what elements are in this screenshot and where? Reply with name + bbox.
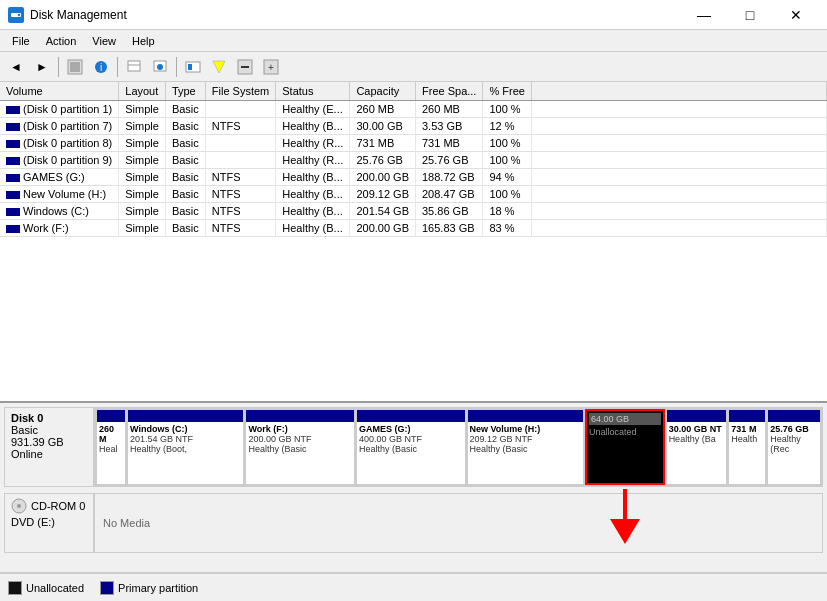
disk-partition[interactable]: 64.00 GBUnallocated [585,409,665,485]
toolbar-back[interactable]: ◄ [4,55,28,79]
cell-type: Basic [165,186,205,203]
cell-free: 35.86 GB [416,203,483,220]
col-type[interactable]: Type [165,82,205,101]
cell-volume: (Disk 0 partition 9) [0,152,119,169]
cdrom0-status: No Media [103,517,150,529]
table-row[interactable]: (Disk 0 partition 9) Simple Basic Health… [0,152,827,169]
disk-partition[interactable]: GAMES (G:)400.00 GB NTFHealthy (Basic [356,409,466,485]
menu-file[interactable]: File [4,33,38,49]
legend-area: Unallocated Primary partition [0,573,827,601]
col-volume[interactable]: Volume [0,82,119,101]
table-row[interactable]: (Disk 0 partition 1) Simple Basic Health… [0,101,827,118]
table-row[interactable]: (Disk 0 partition 8) Simple Basic Health… [0,135,827,152]
cell-type: Basic [165,101,205,118]
cdrom0-row: CD-ROM 0 DVD (E:) No Media [4,493,823,553]
cell-status: Healthy (B... [276,203,350,220]
cell-pctfree: 94 % [483,169,531,186]
col-pctfree[interactable]: % Free [483,82,531,101]
col-status[interactable]: Status [276,82,350,101]
toolbar-sep-3 [176,57,177,77]
cell-filesystem [205,135,275,152]
toolbar-btn4[interactable] [148,55,172,79]
cell-type: Basic [165,152,205,169]
table-row[interactable]: Work (F:) Simple Basic NTFS Healthy (B..… [0,220,827,237]
cell-status: Healthy (B... [276,118,350,135]
cell-layout: Simple [119,118,166,135]
toolbar-btn5[interactable] [181,55,205,79]
cdrom0: CD-ROM 0 DVD (E:) No Media [4,493,823,553]
disk-partition[interactable]: Windows (C:)201.54 GB NTFHealthy (Boot, [127,409,244,485]
toolbar-btn2[interactable]: i [89,55,113,79]
cell-status: Healthy (R... [276,135,350,152]
cell-volume: Work (F:) [0,220,119,237]
disk-partition[interactable]: 731 MHealth [728,409,766,485]
cell-pctfree: 83 % [483,220,531,237]
col-freespace[interactable]: Free Spa... [416,82,483,101]
cell-pctfree: 100 % [483,135,531,152]
disk-partition[interactable]: 25.76 GBHealthy (Rec [767,409,821,485]
col-capacity[interactable]: Capacity [350,82,416,101]
cell-extra [531,186,826,203]
svg-rect-4 [70,62,80,72]
title-bar-controls: — □ ✕ [681,0,819,30]
disk-partition[interactable]: New Volume (H:)209.12 GB NTFHealthy (Bas… [467,409,584,485]
cell-layout: Simple [119,203,166,220]
cell-filesystem: NTFS [205,118,275,135]
cell-pctfree: 18 % [483,203,531,220]
cell-type: Basic [165,220,205,237]
cell-free: 25.76 GB [416,152,483,169]
table-row[interactable]: New Volume (H:) Simple Basic NTFS Health… [0,186,827,203]
cell-capacity: 201.54 GB [350,203,416,220]
toolbar-btn8[interactable]: + [259,55,283,79]
cell-volume: (Disk 0 partition 8) [0,135,119,152]
toolbar-btn3[interactable] [122,55,146,79]
maximize-button[interactable]: □ [727,0,773,30]
col-extra[interactable] [531,82,826,101]
close-button[interactable]: ✕ [773,0,819,30]
disk-map-area[interactable]: Disk 0 Basic 931.39 GB Online 260 MHealW… [0,403,827,573]
cell-type: Basic [165,135,205,152]
table-row[interactable]: Windows (C:) Simple Basic NTFS Healthy (… [0,203,827,220]
cell-layout: Simple [119,220,166,237]
cell-free: 731 MB [416,135,483,152]
cdrom0-type: DVD (E:) [11,516,87,528]
legend-primary: Primary partition [100,581,198,595]
cell-extra [531,101,826,118]
disk-partition[interactable]: 30.00 GB NTHealthy (Ba [666,409,728,485]
disk-partition[interactable]: 260 MHeal [96,409,126,485]
cell-pctfree: 100 % [483,186,531,203]
toolbar-btn6[interactable] [207,55,231,79]
cell-free: 165.83 GB [416,220,483,237]
disk0-size: 931.39 GB [11,436,87,448]
svg-text:+: + [268,62,274,73]
disk0: Disk 0 Basic 931.39 GB Online 260 MHealW… [4,407,823,487]
table-area[interactable]: Volume Layout Type File System Status Ca… [0,82,827,403]
menu-view[interactable]: View [84,33,124,49]
toolbar-forward[interactable]: ► [30,55,54,79]
svg-point-10 [157,64,163,70]
table-row[interactable]: GAMES (G:) Simple Basic NTFS Healthy (B.… [0,169,827,186]
menu-help[interactable]: Help [124,33,163,49]
cell-status: Healthy (R... [276,152,350,169]
table-row[interactable]: (Disk 0 partition 7) Simple Basic NTFS H… [0,118,827,135]
table-header-row: Volume Layout Type File System Status Ca… [0,82,827,101]
cdrom0-content: No Media [94,493,823,553]
toolbar-btn1[interactable] [63,55,87,79]
svg-point-2 [18,13,20,15]
disk0-name: Disk 0 [11,412,87,424]
disk0-label: Disk 0 Basic 931.39 GB Online [4,407,94,487]
toolbar-sep-1 [58,57,59,77]
cell-status: Healthy (B... [276,220,350,237]
main-content: Volume Layout Type File System Status Ca… [0,82,827,601]
legend-primary-label: Primary partition [118,582,198,594]
svg-rect-12 [188,64,192,70]
disk-partition[interactable]: Work (F:)200.00 GB NTFHealthy (Basic [245,409,355,485]
window-title: Disk Management [30,8,127,22]
menu-action[interactable]: Action [38,33,85,49]
toolbar-btn7[interactable] [233,55,257,79]
col-filesystem[interactable]: File System [205,82,275,101]
cdrom-icon [11,498,27,514]
minimize-button[interactable]: — [681,0,727,30]
cell-pctfree: 100 % [483,101,531,118]
col-layout[interactable]: Layout [119,82,166,101]
